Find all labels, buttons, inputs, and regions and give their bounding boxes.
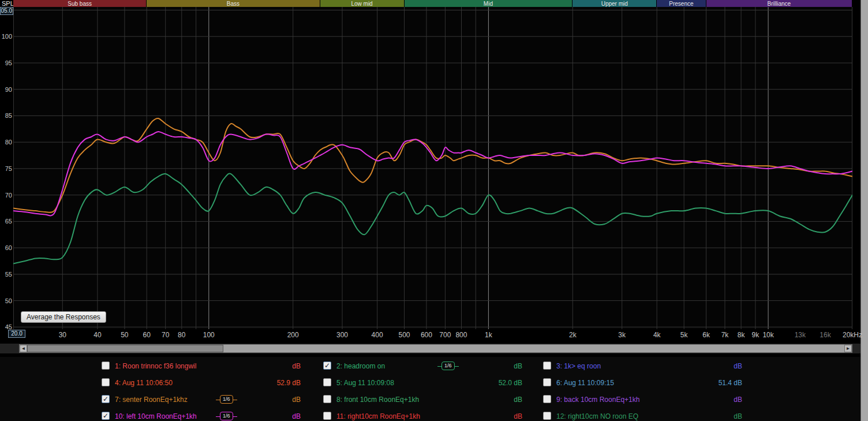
y-axis-tick-label: 100	[0, 33, 12, 40]
legend: 1: Roon trinnoc f36 longwildB✓2: headroo…	[0, 357, 868, 421]
y-axis-tick-label: 85	[0, 112, 12, 119]
band-header: Sub bassBassLow midMidUpper midPresenceB…	[13, 0, 852, 7]
y-axis-tick-label: 80	[0, 139, 12, 146]
smoothing-badge[interactable]: 1/6	[220, 395, 233, 404]
spl-plot-svg	[13, 7, 852, 329]
rew-spl-window: SPL Sub bassBassLow midMidUpper midPrese…	[0, 0, 868, 421]
x-axis-tick-label: 9k	[752, 331, 760, 339]
legend-checkbox[interactable]	[102, 378, 110, 386]
legend-entry: 12: right10cm NO roon EQdB	[543, 411, 742, 421]
y-axis-top-limit-field[interactable]: 105.0	[0, 7, 13, 15]
smoothing-wire	[455, 366, 459, 367]
legend-entry: 11: right10cm RoonEq+1khdB	[323, 411, 522, 421]
x-axis-tick-label: 16k	[820, 331, 830, 339]
y-axis-tick-label: 60	[0, 244, 12, 251]
legend-value: dB	[514, 362, 522, 370]
trace-10	[13, 132, 852, 216]
legend-label[interactable]: 7: senter RoonEq+1khz	[115, 396, 188, 404]
band-segment: Bass	[147, 0, 320, 7]
legend-checkbox[interactable]: ✓	[102, 395, 110, 403]
legend-label[interactable]: 8: front 10cm RoonEq+1kh	[336, 396, 419, 404]
x-axis-tick-label: 200	[287, 331, 299, 339]
x-axis-tick-label: 20kHz	[843, 331, 862, 339]
y-axis-tick-label: 90	[0, 86, 12, 93]
legend-label[interactable]: 1: Roon trinnoc f36 longwil	[115, 362, 196, 370]
legend-value: dB	[734, 396, 742, 404]
legend-label[interactable]: 5: Aug 11 10:09:08	[336, 379, 394, 387]
y-axis-tick-label: 45	[0, 323, 12, 330]
x-axis-tick-label: 13k	[795, 331, 806, 339]
smoothing-wire	[233, 416, 237, 417]
legend-label[interactable]: 12: right10cm NO roon EQ	[556, 412, 638, 420]
legend-checkbox[interactable]	[543, 412, 551, 420]
legend-entry: 3: 1k> eq roondB	[543, 361, 742, 371]
x-axis-tick-label: 600	[421, 331, 432, 339]
x-axis-tick-label: 100	[203, 331, 215, 339]
y-axis-tick-label: 65	[0, 218, 12, 225]
legend-label[interactable]: 3: 1k> eq roon	[556, 362, 601, 370]
plot-area[interactable]	[13, 7, 852, 329]
trace-2	[13, 173, 852, 263]
legend-entry: 8: front 10cm RoonEq+1khdB	[323, 394, 522, 405]
y-axis-tick-label: 95	[0, 59, 12, 66]
legend-checkbox[interactable]: ✓	[323, 362, 331, 370]
legend-entry: 6: Aug 11 10:09:1551.4 dB	[543, 378, 742, 388]
smoothing-badge[interactable]: 1/6	[220, 412, 233, 420]
legend-label[interactable]: 6: Aug 11 10:09:15	[556, 379, 614, 387]
x-axis-tick-label: 700	[439, 331, 451, 339]
legend-value: dB	[514, 396, 522, 404]
x-axis-tick-label: 500	[399, 331, 410, 339]
average-responses-button[interactable]: Average the Responses	[21, 311, 106, 323]
legend-checkbox[interactable]: ✓	[102, 412, 110, 420]
x-axis-tick-label: 4k	[653, 331, 661, 339]
legend-value: 52.0 dB	[499, 379, 522, 387]
legend-entry: ✓2: headroom ondB1/6	[323, 361, 522, 371]
x-axis-left-limit-field[interactable]: 20.0	[8, 330, 25, 338]
x-axis-tick-label: 7k	[721, 331, 729, 339]
legend-checkbox[interactable]	[543, 378, 551, 386]
legend-label[interactable]: 4: Aug 11 10:06:50	[115, 379, 173, 387]
legend-label[interactable]: 9: back 10cm RoonEq+1kh	[556, 396, 639, 404]
x-axis-tick-label: 40	[93, 331, 101, 339]
legend-checkbox[interactable]	[323, 412, 331, 420]
spl-axis-title: SPL	[2, 0, 14, 7]
scroll-right-arrow-icon[interactable]: ►	[844, 345, 852, 352]
legend-label[interactable]: 11: right10cm RoonEq+1kh	[336, 412, 420, 420]
legend-value: dB	[292, 412, 301, 420]
scrollbar-thumb[interactable]	[27, 345, 223, 352]
smoothing-wire	[233, 400, 237, 400]
legend-value: 51.4 dB	[719, 379, 742, 387]
legend-checkbox[interactable]	[323, 378, 331, 386]
x-axis-tick-label: 80	[178, 331, 185, 339]
legend-entry: 4: Aug 11 10:06:5052.9 dB	[102, 378, 301, 388]
x-axis-tick-label: 50	[121, 331, 128, 339]
horizontal-scrollbar-row: ◄ ►	[0, 344, 868, 353]
x-axis-tick-label: 10k	[762, 331, 773, 339]
x-axis-tick-label: 5k	[680, 331, 688, 339]
legend-checkbox[interactable]	[543, 395, 551, 403]
x-axis-tick-label: 300	[336, 331, 348, 339]
band-segment: Brilliance	[706, 0, 852, 7]
legend-label[interactable]: 10: left 10cm RoonEq+1kh	[115, 412, 197, 420]
smoothing-badge[interactable]: 1/6	[442, 362, 455, 370]
legend-value: dB	[734, 412, 742, 420]
legend-entry: 5: Aug 11 10:09:0852.0 dB	[323, 378, 522, 388]
window-right-gutter	[860, 0, 868, 421]
x-axis-tick-label: 8k	[738, 331, 745, 339]
scrollbar-track[interactable]: ◄ ►	[19, 344, 852, 353]
scroll-left-arrow-icon[interactable]: ◄	[20, 345, 27, 352]
band-segment: Upper mid	[573, 0, 657, 7]
legend-checkbox[interactable]	[323, 395, 331, 403]
legend-entry: ✓7: senter RoonEq+1khzdB1/6	[102, 394, 301, 405]
y-axis-tick-label: 75	[0, 165, 12, 172]
legend-checkbox[interactable]	[543, 362, 551, 370]
legend-label[interactable]: 2: headroom on	[336, 362, 385, 370]
band-segment: Presence	[657, 0, 706, 7]
y-axis-tick-label: 55	[0, 271, 12, 278]
x-axis-tick-label: 60	[143, 331, 151, 339]
x-axis-tick-label: 70	[162, 331, 169, 339]
x-axis-tick-label: 1k	[485, 331, 492, 339]
band-segment: Sub bass	[13, 0, 147, 7]
band-segment: Mid	[405, 0, 573, 7]
legend-checkbox[interactable]	[102, 362, 110, 370]
